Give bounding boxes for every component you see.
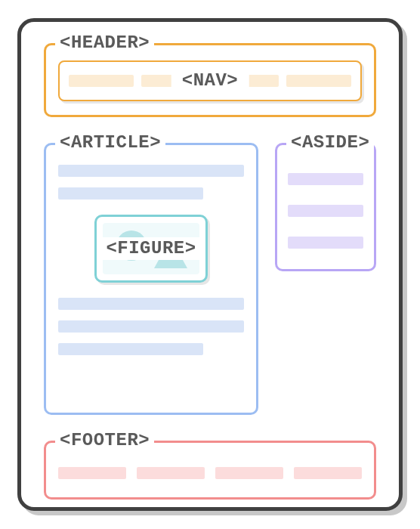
footer-item-placeholder xyxy=(215,467,283,479)
article-label: <ARTICLE> xyxy=(55,133,165,153)
nav-region: <NAV> xyxy=(58,60,362,101)
footer-region: <FOOTER> xyxy=(44,441,376,500)
footer-item-placeholder xyxy=(137,467,205,479)
article-text-placeholder xyxy=(58,298,244,310)
nav-item-placeholder xyxy=(69,75,134,87)
figure-wrap: <FIGURE> xyxy=(58,215,244,283)
article-text-placeholder xyxy=(58,343,203,355)
aside-label: <ASIDE> xyxy=(286,133,374,153)
article-text-placeholder xyxy=(58,165,244,177)
aside-region: <ASIDE> xyxy=(275,143,376,271)
aside-item-placeholder xyxy=(288,205,363,217)
article-text-placeholder xyxy=(58,187,203,200)
article-text-placeholder xyxy=(58,320,244,333)
figure-label: <FIGURE> xyxy=(98,237,203,260)
header-label: <HEADER> xyxy=(55,33,154,53)
nav-label: <NAV> xyxy=(171,70,249,92)
header-region: <HEADER> <NAV> xyxy=(44,43,376,117)
aside-item-placeholder xyxy=(288,237,363,249)
figure-region: <FIGURE> xyxy=(94,215,208,283)
aside-item-placeholder xyxy=(288,173,363,185)
footer-item-placeholder xyxy=(58,467,126,479)
nav-item-placeholder xyxy=(286,75,351,87)
article-region: <ARTICLE> <FIGURE> xyxy=(44,143,258,415)
main-row: <ARTICLE> <FIGURE> <ASIDE> xyxy=(44,143,376,415)
footer-label: <FOOTER> xyxy=(55,431,154,450)
footer-item-placeholder xyxy=(294,467,362,479)
semantic-layout-diagram: <HEADER> <NAV> <ARTICLE> <FIGURE> xyxy=(17,18,403,511)
